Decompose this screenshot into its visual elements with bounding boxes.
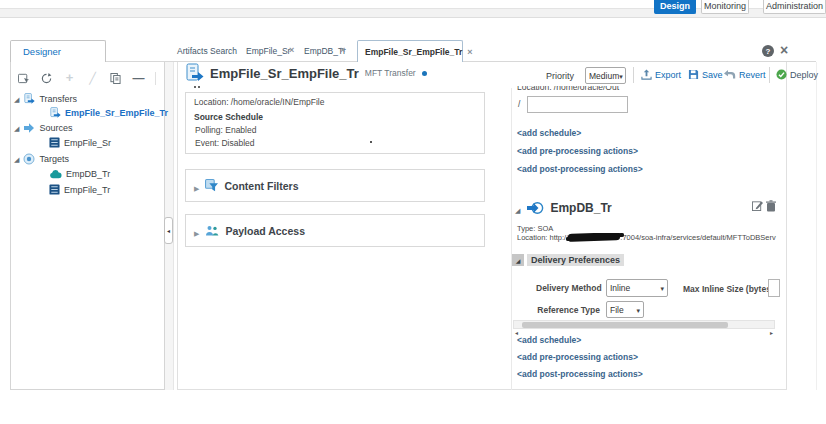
- tree-toolbar: + ╱ —: [17, 71, 156, 85]
- nav-administration-label: Administration: [766, 1, 823, 11]
- collapse-triangle-icon[interactable]: [194, 222, 199, 240]
- expand-triangle-icon[interactable]: [14, 123, 19, 133]
- tab-active-close-icon[interactable]: [467, 47, 472, 57]
- nav-design-label: Design: [660, 1, 690, 11]
- tree-node-target-child-2[interactable]: EmpFile_Tr: [49, 183, 110, 196]
- revert-button[interactable]: Revert: [723, 69, 766, 80]
- tab-artifacts-search[interactable]: Artifacts Search: [177, 46, 237, 56]
- tab-designer-label: Designer: [23, 46, 61, 57]
- save-label: Save: [702, 70, 723, 80]
- target-header: EmpDB_Tr: [515, 199, 612, 217]
- redaction-scribble: [568, 233, 620, 242]
- save-icon: [688, 69, 699, 80]
- tab-active-label: EmpFile_Sr_EmpFile_Tr: [365, 47, 462, 57]
- export-icon: [641, 69, 652, 80]
- tab-active-empfile-sr-empfile-tr[interactable]: EmpFile_Sr_EmpFile_Tr: [357, 40, 463, 62]
- tab-empfile-sr[interactable]: EmpFile_Sr: [246, 46, 290, 56]
- remove-icon[interactable]: —: [132, 72, 145, 85]
- save-button[interactable]: Save: [688, 69, 723, 80]
- status-dot-icon: [422, 71, 427, 76]
- tab-empfile-sr-close-icon[interactable]: [289, 45, 294, 55]
- tree-node-transfer-child[interactable]: EmpFile_Sr_EmpFile_Tr: [49, 106, 168, 119]
- nav-administration-button[interactable]: Administration: [763, 0, 826, 14]
- payload-access-section[interactable]: Payload Access: [185, 214, 485, 247]
- copy-icon[interactable]: [109, 72, 122, 85]
- targets-bullseye-icon: [23, 153, 35, 165]
- content-filter-icon: [205, 179, 218, 192]
- help-icon[interactable]: [762, 45, 774, 57]
- tree-label-transfers: Transfers: [39, 94, 77, 104]
- deploy-button[interactable]: Deploy: [776, 69, 818, 80]
- scroll-right-icon[interactable]: [770, 321, 773, 339]
- delivery-method-value: Inline: [610, 283, 630, 293]
- nav-monitoring-button[interactable]: Monitoring: [701, 0, 749, 14]
- revert-label: Revert: [739, 70, 766, 80]
- nav-design-button[interactable]: Design: [654, 0, 696, 14]
- transfer-doc-icon: [49, 107, 61, 119]
- edit-target-icon[interactable]: [752, 200, 763, 211]
- export-button[interactable]: Export: [641, 69, 681, 80]
- deploy-check-icon: [776, 69, 787, 80]
- target-arrow-circle-icon: [526, 200, 544, 216]
- delivery-method-select[interactable]: Inline: [606, 279, 668, 297]
- tab-empdb-tr-close-icon[interactable]: [340, 45, 345, 55]
- clipped-text-dot: [198, 86, 200, 88]
- target-subfolder-input[interactable]: [527, 96, 628, 113]
- add-icon[interactable]: +: [63, 72, 76, 85]
- delivery-preferences-header[interactable]: Delivery Preferences: [512, 254, 624, 266]
- tree-label-source-child: EmpFile_Sr: [64, 138, 111, 148]
- deploy-label: Deploy: [790, 70, 818, 80]
- open-editor-icon[interactable]: [17, 72, 30, 85]
- edit-disabled-icon[interactable]: ╱: [86, 72, 99, 85]
- max-inline-size-input[interactable]: [768, 279, 780, 297]
- add-postprocessing-link-2[interactable]: <add post-processing actions>: [517, 369, 643, 379]
- collapse-triangle-icon[interactable]: [512, 254, 524, 266]
- content-filters-label: Content Filters: [224, 180, 298, 192]
- delete-target-icon[interactable]: [766, 200, 776, 212]
- toolbar-separator: [155, 72, 156, 85]
- file-node-icon: [49, 137, 60, 148]
- add-schedule-link-2[interactable]: <add schedule>: [517, 335, 581, 345]
- outer-edge-line: [816, 62, 817, 390]
- payload-access-icon: [205, 225, 219, 237]
- scrollbar-thumb[interactable]: [522, 322, 728, 328]
- toolbar-separator: [769, 67, 770, 83]
- tree-node-source-child[interactable]: EmpFile_Sr: [49, 136, 111, 149]
- expand-triangle-icon[interactable]: [515, 199, 520, 217]
- delivery-method-label: Delivery Method: [536, 283, 600, 293]
- horizontal-scrollbar[interactable]: [513, 320, 775, 329]
- close-icon[interactable]: [780, 42, 788, 58]
- tree-node-targets[interactable]: Targets: [14, 152, 69, 165]
- chevron-down-icon: [660, 283, 664, 293]
- refresh-icon[interactable]: [40, 72, 53, 85]
- tree-label-sources: Sources: [39, 123, 72, 133]
- export-label: Export: [655, 70, 681, 80]
- tree-node-target-child-1[interactable]: EmpDB_Tr: [49, 167, 110, 180]
- tab-designer[interactable]: Designer: [10, 40, 106, 62]
- reference-type-label: Reference Type: [536, 305, 600, 315]
- column-divider: [511, 88, 512, 390]
- priority-select[interactable]: Medium: [585, 67, 626, 84]
- artifact-type-label: MFT Transfer: [365, 68, 416, 78]
- page-title: EmpFile_Sr_EmpFile_Tr: [210, 66, 359, 81]
- reference-type-select[interactable]: File: [606, 301, 644, 318]
- add-preprocessing-link[interactable]: <add pre-processing actions>: [517, 146, 638, 156]
- tree-node-sources[interactable]: Sources: [14, 121, 72, 134]
- cloud-icon: [49, 169, 62, 179]
- add-schedule-link[interactable]: <add schedule>: [517, 128, 581, 138]
- collapse-triangle-icon[interactable]: [194, 177, 199, 195]
- expand-triangle-icon[interactable]: [14, 154, 19, 164]
- transfer-doc-icon: [23, 93, 35, 105]
- delivery-preferences-label: Delivery Preferences: [527, 254, 624, 266]
- event-status-text: Event: Disabled: [195, 138, 255, 148]
- splitter-collapse-handle[interactable]: [164, 217, 173, 244]
- target-type-text: Type: SOA: [517, 224, 553, 233]
- content-filters-section[interactable]: Content Filters: [185, 169, 485, 202]
- nav-monitoring-label: Monitoring: [704, 1, 746, 11]
- add-preprocessing-link-2[interactable]: <add pre-processing actions>: [517, 352, 638, 362]
- expand-triangle-icon[interactable]: [14, 94, 19, 104]
- source-location-text: Location: /home/oracle/IN/EmpFile: [194, 97, 324, 107]
- add-postprocessing-link[interactable]: <add post-processing actions>: [517, 164, 643, 174]
- tree-node-transfers[interactable]: Transfers: [14, 92, 77, 105]
- tree-label-transfer-child: EmpFile_Sr_EmpFile_Tr: [65, 108, 168, 118]
